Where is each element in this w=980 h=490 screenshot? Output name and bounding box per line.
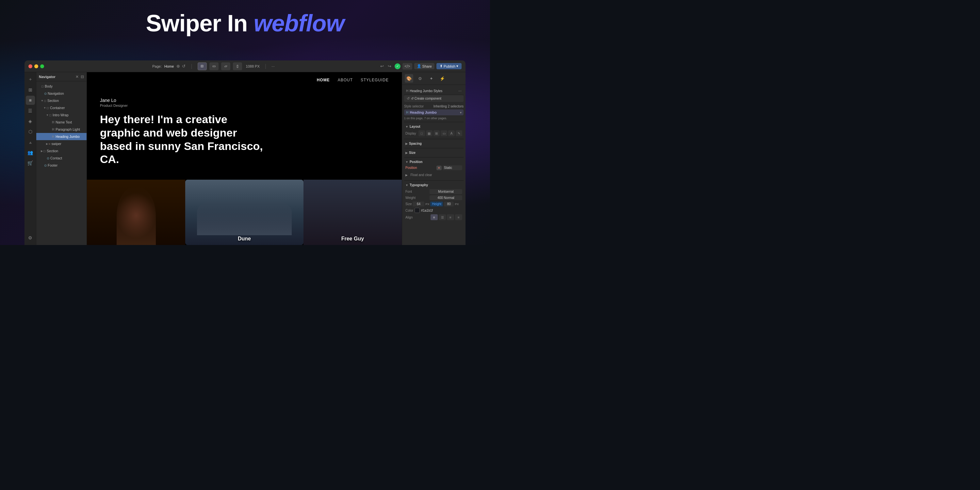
fullscreen-button[interactable] bbox=[40, 64, 44, 68]
tree-item-label: Paragraph Light bbox=[56, 127, 80, 131]
font-select[interactable]: Montserrat bbox=[430, 189, 462, 194]
close-button[interactable] bbox=[29, 64, 32, 68]
nav-layers-icon[interactable]: ⊞ bbox=[26, 85, 35, 94]
size-input[interactable]: 64 bbox=[412, 202, 424, 207]
more-options[interactable]: ··· bbox=[272, 64, 275, 68]
tab-custom-code[interactable]: ⚡ bbox=[438, 74, 447, 83]
tree-item[interactable]: □Body bbox=[36, 83, 87, 90]
display-btn-block[interactable]: □ bbox=[418, 130, 425, 136]
tree-item[interactable]: HHeading Jumbo bbox=[36, 133, 87, 140]
publish-btn[interactable]: ⬆ Publish ▾ bbox=[436, 63, 461, 69]
desktop-view-btn[interactable]: ⊟ bbox=[197, 62, 207, 70]
tab-styles[interactable]: 🎨 bbox=[405, 74, 413, 83]
weight-select[interactable]: 400 Normal bbox=[430, 195, 462, 200]
nav-cms-icon[interactable]: ⬡ bbox=[26, 127, 35, 136]
website-preview: HOME ABOUT STYLEGUIDE Jane Lo Product De… bbox=[87, 72, 402, 245]
component-tree-icon: ⊙ bbox=[44, 92, 47, 95]
share-btn[interactable]: 👤 Share bbox=[414, 63, 434, 69]
tablet-view-btn[interactable]: ▭ bbox=[209, 62, 218, 70]
position-x-btn[interactable]: ✕ bbox=[436, 165, 442, 170]
tree-item[interactable]: ⊙Footer bbox=[36, 162, 87, 169]
align-justify-btn[interactable]: ≡ bbox=[455, 214, 462, 220]
display-btn-none[interactable]: ✎ bbox=[456, 130, 462, 136]
align-center-btn[interactable]: ☰ bbox=[439, 214, 446, 220]
page-name[interactable]: Home bbox=[164, 64, 174, 68]
spacing-section-title: ▶ Spacing bbox=[406, 142, 422, 145]
component-tree-icon: ⊙ bbox=[47, 156, 49, 160]
tree-item[interactable]: ▼□Container bbox=[36, 104, 87, 111]
nav-logic-icon[interactable]: ⟁ bbox=[26, 137, 35, 147]
minimize-button[interactable] bbox=[34, 64, 38, 68]
display-btn-text[interactable]: A bbox=[448, 130, 455, 136]
position-section-header[interactable]: ▼ Position bbox=[404, 159, 463, 165]
site-nav-about[interactable]: ABOUT bbox=[338, 78, 353, 82]
heading-style-name: Heading Jumbo Styles bbox=[410, 89, 442, 93]
mobile-view-btn[interactable]: ▯ bbox=[233, 62, 242, 70]
tree-item[interactable]: ⊙Contact bbox=[36, 154, 87, 162]
settings-icon[interactable]: ↺ bbox=[182, 64, 186, 68]
hero-title-brand: webflow bbox=[254, 10, 344, 36]
navigator-collapse-btn[interactable]: ⊟ bbox=[81, 75, 84, 79]
tab-interactions[interactable]: ✦ bbox=[427, 74, 436, 83]
inheriting-link[interactable]: Inheriting 2 selectors bbox=[433, 105, 463, 108]
display-btn-flex[interactable]: ▦ bbox=[426, 130, 433, 136]
position-select[interactable]: Static bbox=[442, 165, 462, 170]
navigator-close-btn[interactable]: ✕ bbox=[75, 75, 79, 79]
display-btn-inline[interactable]: ▭ bbox=[441, 130, 447, 136]
typography-section-header[interactable]: ▼ Typography bbox=[404, 182, 463, 188]
nav-navigator-icon[interactable]: ≡ bbox=[26, 96, 35, 105]
display-btn-grid[interactable]: ⊞ bbox=[433, 130, 440, 136]
nav-ecomm-icon[interactable]: 🛒 bbox=[26, 158, 35, 167]
page-icons: ⊕ ↺ bbox=[177, 64, 186, 68]
site-nav-home[interactable]: HOME bbox=[317, 78, 330, 82]
tree-item[interactable]: ⊙Navigation bbox=[36, 90, 87, 97]
layout-section-header[interactable]: ▼ Layout bbox=[404, 124, 463, 129]
nav-sidebar: ＋ ⊞ ≡ ☰ ◈ ⬡ ⟁ 👥 🛒 ⚙ bbox=[24, 72, 36, 245]
canvas-area[interactable]: HOME ABOUT STYLEGUIDE Jane Lo Product De… bbox=[87, 72, 402, 245]
nav-settings-icon[interactable]: ⚙ bbox=[26, 233, 35, 242]
align-left-btn[interactable]: ≡ bbox=[431, 214, 438, 220]
tree-item[interactable]: ▶□Section bbox=[36, 147, 87, 154]
tree-item[interactable]: HParagraph Light bbox=[36, 126, 87, 133]
code-btn[interactable]: </> bbox=[402, 63, 412, 70]
position-label: Position bbox=[406, 166, 417, 170]
redo-btn[interactable]: ↪ bbox=[387, 63, 393, 69]
tree-item[interactable]: ▶≈swiper bbox=[36, 140, 87, 147]
tree-item[interactable]: ▼□Intro Wrap bbox=[36, 111, 87, 119]
nav-users-icon[interactable]: 👥 bbox=[26, 148, 35, 157]
tree-item[interactable]: ▼□Section bbox=[36, 97, 87, 104]
nav-assets-icon[interactable]: ◈ bbox=[26, 117, 35, 126]
typography-arrow: ▼ bbox=[406, 184, 408, 187]
color-swatch[interactable] bbox=[415, 208, 420, 213]
selector-value: Heading Jumbo bbox=[410, 110, 459, 115]
x-icon: ✕ bbox=[438, 166, 440, 170]
create-component-bar[interactable]: ↺ ↺ Create component bbox=[404, 95, 463, 102]
position-value-row: ✕ Static bbox=[436, 165, 462, 170]
undo-btn[interactable]: ↩ bbox=[379, 63, 385, 69]
panel-options-dots[interactable]: ··· bbox=[458, 89, 461, 93]
undo-redo: ↩ ↪ bbox=[379, 63, 393, 69]
align-row: Align ≡ ☰ ≡ ≡ bbox=[406, 214, 462, 220]
float-label: Float and clear bbox=[410, 173, 432, 177]
site-nav-styleguide[interactable]: STYLEGUIDE bbox=[361, 78, 389, 82]
tree-arrow: ▼ bbox=[41, 99, 43, 102]
align-right-btn[interactable]: ≡ bbox=[447, 214, 454, 220]
title-bar-right: ↩ ↪ ✓ </> 👤 Share ⬆ Publish ▾ bbox=[379, 63, 461, 70]
display-label: Display bbox=[406, 132, 416, 135]
preview-icon[interactable]: ⊕ bbox=[177, 64, 180, 68]
tree-item-label: swiper bbox=[52, 142, 61, 146]
tab-settings[interactable]: ⚙ bbox=[416, 74, 424, 83]
movie-cards: Dune Free Guy bbox=[87, 180, 402, 245]
publish-arrow: ▾ bbox=[457, 64, 458, 68]
tree-item[interactable]: HName Text bbox=[36, 119, 87, 126]
navigator-actions: ✕ ⊟ bbox=[75, 75, 84, 79]
height-label-btn[interactable]: Height bbox=[430, 202, 443, 207]
selector-input-row[interactable]: H Heading Jumbo ▾ bbox=[404, 110, 463, 115]
nav-add-icon[interactable]: ＋ bbox=[26, 75, 35, 84]
spacing-section-header[interactable]: ▶ Spacing bbox=[404, 141, 463, 146]
app-window: Page: Home ⊕ ↺ | ⊟ ▭ ▱ ▯ 1088 PX | ··· ↩… bbox=[24, 60, 466, 245]
size-section-header[interactable]: ▶ Size bbox=[404, 150, 463, 156]
nav-pages-icon[interactable]: ☰ bbox=[26, 106, 35, 115]
landscape-view-btn[interactable]: ▱ bbox=[221, 62, 230, 70]
height-input[interactable]: 80 bbox=[444, 202, 454, 207]
